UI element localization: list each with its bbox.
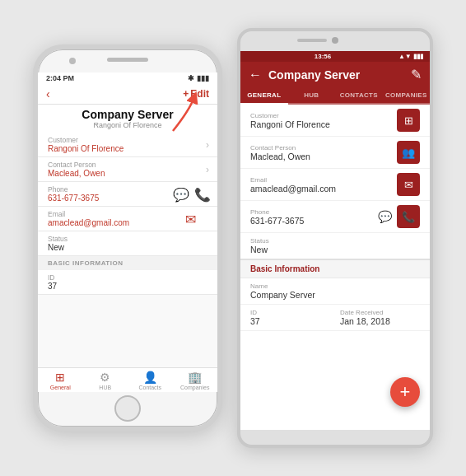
ios-nav-bar: ‹ + Edit (38, 84, 217, 105)
camera (69, 58, 76, 64)
ios-page-subtitle: Rangoni Of Florence (48, 121, 207, 129)
android-screen: 13:56 ▲▼ ▮▮▮ ← Company Server ✎ GENERAL … (240, 51, 430, 430)
android-field-status-label: Status (250, 237, 420, 245)
android-tab-hub[interactable]: HUB (288, 87, 336, 103)
android-field-customer-value: Rangoni Of Florence (250, 119, 397, 129)
ios-tab-contacts[interactable]: 👤 Contacts (128, 371, 173, 390)
android-email-icon: ✉ (397, 173, 420, 196)
ios-field-email[interactable]: Email amaclead@gmail.com ✉ (38, 207, 217, 231)
android-back-button[interactable]: ← (249, 68, 262, 82)
ios-chevron-icon: › (206, 139, 209, 151)
android-chat-icon[interactable]: 💬 (378, 210, 392, 223)
ios-tab-general-label: General (50, 385, 71, 390)
android-field-customer-label: Customer (250, 112, 397, 119)
android-field-id-value: 37 (250, 316, 330, 326)
android-field-id-row: ID 37 Date Received Jan 18, 2018 (240, 305, 430, 331)
ios-edit-button[interactable]: + Edit (183, 88, 209, 100)
android-field-email[interactable]: Email amaclead@gmail.com ✉ (240, 169, 430, 201)
ios-back-button[interactable]: ‹ (46, 87, 50, 100)
ios-field-phone[interactable]: Phone 631-677-3675 💬 📞 (38, 182, 217, 207)
ios-tab-contacts-label: Contacts (138, 385, 161, 390)
ios-tab-bar: ⊞ General ⚙ HUB 👤 Contacts 🏢 Companies (38, 367, 217, 392)
android-field-date-text: Date Received Jan 18, 2018 (340, 309, 420, 326)
ios-tab-companies[interactable]: 🏢 Companies (173, 371, 218, 390)
android-field-id-text: ID 37 (250, 309, 330, 326)
ios-field-customer[interactable]: Customer Rangoni Of Florence › (38, 133, 217, 157)
ios-field-contact[interactable]: Contact Person Maclead, Owen › (38, 157, 217, 182)
ios-screen: 2:04 PM ✱ ▮▮▮ ‹ + Edit Company Server (38, 72, 217, 392)
android-customer-icon: ⊞ (397, 109, 420, 132)
android-field-customer[interactable]: Customer Rangoni Of Florence ⊞ (240, 105, 430, 137)
android-tab-general[interactable]: GENERAL (240, 87, 288, 105)
ios-field-id: ID 37 (38, 270, 217, 295)
android-phone: 13:56 ▲▼ ▮▮▮ ← Company Server ✎ GENERAL … (237, 28, 433, 448)
android-fab-button[interactable]: + (390, 377, 420, 407)
android-field-phone-text: Phone 631-677-3675 (250, 208, 378, 226)
ios-field-id-label: ID (48, 273, 207, 282)
ios-tab-hub[interactable]: ⚙ HUB (83, 371, 128, 390)
android-field-customer-text: Customer Rangoni Of Florence (250, 112, 397, 129)
android-field-email-label: Email (250, 176, 397, 184)
android-field-contact-value: Maclead, Owen (250, 152, 397, 161)
ios-chevron-icon-2: › (206, 164, 209, 175)
ios-field-status-value: New (48, 243, 207, 252)
android-status-icons: ▲▼ ▮▮▮ (398, 53, 423, 60)
ios-status-icons: ✱ ▮▮▮ (188, 74, 209, 82)
android-field-contact[interactable]: Contact Person Maclead, Owen 👥 (240, 137, 430, 169)
android-tab-contacts[interactable]: CONTACTS (335, 87, 383, 103)
ios-status-bar: 2:04 PM ✱ ▮▮▮ (38, 72, 217, 84)
android-field-date-value: Jan 18, 2018 (340, 316, 420, 326)
ios-plus-icon: + (183, 88, 189, 100)
android-field-contact-label: Contact Person (250, 144, 397, 152)
android-field-name: Name Company Server (240, 278, 430, 305)
ios-tab-hub-icon: ⚙ (100, 371, 110, 384)
speaker (107, 58, 148, 62)
android-field-name-label: Name (250, 282, 420, 290)
android-field-phone[interactable]: Phone 631-677-3675 💬 📞 (240, 201, 430, 233)
ios-field-email-label: Email (48, 210, 207, 218)
android-speaker (297, 39, 327, 42)
ios-tab-companies-label: Companies (180, 385, 209, 390)
android-field-name-text: Name Company Server (250, 282, 420, 300)
android-tab-companies[interactable]: COMPANIES (383, 87, 431, 103)
android-section-header: Basic Information (240, 260, 430, 278)
ios-tab-general[interactable]: ⊞ General (38, 371, 83, 390)
ios-message-icon[interactable]: 💬 (173, 186, 189, 202)
ios-field-id-value: 37 (48, 282, 207, 291)
android-toolbar: ← Company Server ✎ (240, 62, 430, 87)
ios-back-chevron: ‹ (46, 87, 50, 100)
android-field-contact-text: Contact Person Maclead, Owen (250, 144, 397, 161)
android-content: Customer Rangoni Of Florence ⊞ Contact P… (240, 105, 430, 430)
android-tab-bar: GENERAL HUB CONTACTS COMPANIES (240, 87, 430, 105)
android-field-status: Status New (240, 233, 430, 260)
android-edit-button[interactable]: ✎ (411, 67, 422, 82)
ios-field-status: Status New (38, 231, 217, 256)
android-field-email-text: Email amaclead@gmail.com (250, 176, 397, 194)
android-field-name-value: Company Server (250, 290, 420, 300)
android-phone-icons: 💬 📞 (378, 205, 420, 228)
ios-field-customer-value: Rangoni Of Florence (48, 144, 207, 153)
ios-tab-general-icon: ⊞ (55, 371, 65, 384)
ios-field-status-label: Status (48, 235, 207, 243)
ios-tab-contacts-icon: 👤 (143, 371, 157, 384)
ios-email-icon[interactable]: ✉ (185, 211, 196, 226)
ios-tab-companies-icon: 🏢 (188, 371, 202, 384)
android-field-email-value: amaclead@gmail.com (250, 184, 397, 194)
battery-icon: ▮▮▮ (197, 74, 209, 82)
android-field-status-text: Status New (250, 237, 420, 254)
ios-field-customer-label: Customer (48, 136, 207, 144)
android-phone-icon: 📞 (397, 205, 420, 228)
android-toolbar-title: Company Server (268, 68, 404, 82)
ios-time: 2:04 PM (46, 74, 74, 82)
android-time: 13:56 (315, 53, 331, 60)
ios-call-icon[interactable]: 📞 (194, 186, 211, 202)
android-status-bar: 13:56 ▲▼ ▮▮▮ (240, 51, 430, 62)
bluetooth-icon: ✱ (188, 74, 194, 82)
ios-field-contact-value: Maclead, Owen (48, 169, 207, 178)
ios-edit-label: Edit (190, 88, 209, 100)
android-field-phone-label: Phone (250, 208, 378, 216)
ios-tab-hub-label: HUB (99, 385, 111, 390)
android-field-date-label: Date Received (340, 309, 420, 316)
ios-page-title: Company Server (48, 108, 207, 121)
ios-home-button[interactable] (114, 395, 141, 422)
